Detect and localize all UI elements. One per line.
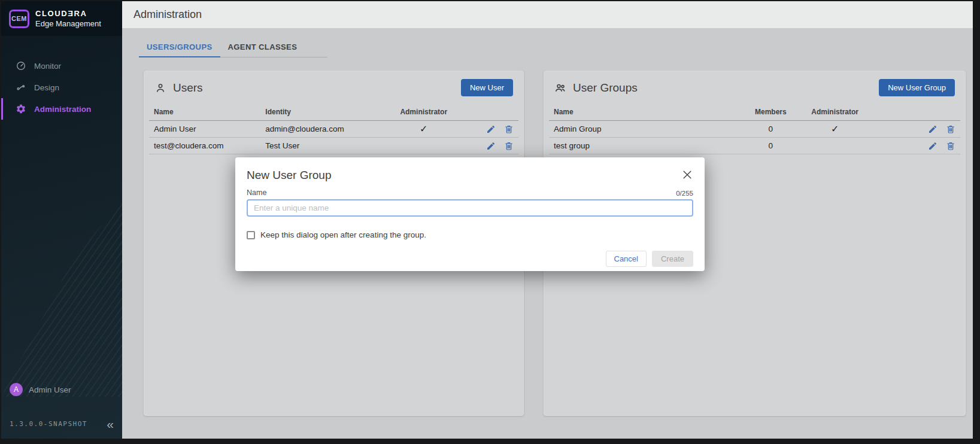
table-row: Admin User admin@cloudera.com ✓ [149,121,518,138]
page-title: Administration [134,8,202,21]
sidebar-item-label: Administration [34,105,91,114]
sidebar-stripes-decoration [1,199,122,397]
avatar: A [10,383,23,396]
cancel-button[interactable]: Cancel [606,251,647,267]
name-field-label: Name [247,188,266,197]
sidebar-item-monitor[interactable]: Monitor [1,55,122,77]
delete-icon[interactable] [504,141,514,151]
column-header-administrator: Administrator [795,108,875,116]
user-identity-cell: admin@cloudera.com [265,124,391,133]
version-row: 1.3.0.0-SNAPSHOT « [10,418,114,430]
table-row: Admin Group 0 ✓ [549,121,960,138]
edit-icon[interactable] [928,124,937,134]
collapse-sidebar-icon[interactable]: « [107,418,114,430]
users-panel-header: Users New User [144,71,523,102]
speedometer-icon [16,60,26,71]
administrator-check: ✓ [392,123,456,135]
group-name-input[interactable] [247,199,693,217]
checkbox-label: Keep this dialog open after creating the… [260,230,426,239]
sidebar-item-design[interactable]: Design [1,77,122,98]
keep-open-option: Keep this dialog open after creating the… [247,230,693,239]
column-header-name: Name [554,108,747,116]
page-header: Administration [122,1,973,28]
sidebar-item-label: Monitor [34,62,61,71]
dialog-header: New User Group [247,169,693,182]
group-members-cell: 0 [747,124,795,133]
tab-bar: USERS/GROUPS AGENT CLASSES [139,37,327,57]
name-field-labels: Name 0/255 [247,188,693,197]
create-button[interactable]: Create [652,251,693,267]
group-name-cell: test group [554,141,747,150]
delete-icon[interactable] [504,124,514,134]
dialog-title: New User Group [247,169,332,182]
new-user-group-dialog: New User Group Name 0/255 Keep this dial… [235,157,705,271]
group-members-cell: 0 [747,141,795,150]
flow-design-icon [16,82,26,93]
delete-icon[interactable] [946,141,955,151]
delete-icon[interactable] [946,124,955,134]
cem-logo-icon: CEM [9,10,29,28]
user-groups-table: Name Members Administrator Admin Group 0… [549,103,960,154]
app-window: CEM CLOUDƎRA Edge Management Monitor Des… [1,1,973,439]
group-name-cell: Admin Group [554,124,747,133]
keep-dialog-open-checkbox[interactable] [247,231,255,239]
column-header-administrator: Administrator [392,108,456,116]
administrator-check: ✓ [795,123,875,135]
user-groups-panel-header: User Groups New User Group [544,71,965,102]
user-groups-panel-title: User Groups [573,81,638,95]
brand-subtitle: Edge Management [35,19,101,28]
edit-icon[interactable] [486,141,496,151]
brand-name: CLOUDƎRA [35,9,101,18]
dialog-actions: Cancel Create [247,251,693,267]
sidebar-footer: A Admin User 1.3.0.0-SNAPSHOT « [1,383,122,439]
brand-text: CLOUDƎRA Edge Management [35,9,101,28]
user-groups-table-header: Name Members Administrator [549,103,960,121]
tab-agent-classes[interactable]: AGENT CLASSES [220,37,305,57]
edit-icon[interactable] [486,124,496,134]
table-row: test group 0 [549,138,960,154]
close-icon[interactable] [681,169,693,181]
people-icon [554,82,566,94]
user-name-cell: Admin User [154,124,265,133]
sidebar-nav: Monitor Design Administration [1,55,122,120]
new-user-button[interactable]: New User [461,79,513,96]
users-table: Name Identity Administrator Admin User a… [149,103,518,154]
column-header-name: Name [154,108,265,116]
user-identity-cell: Test User [265,141,391,150]
sidebar-item-administration[interactable]: Administration [1,98,122,120]
character-counter: 0/255 [676,190,693,197]
user-name-cell: test@cloudera.com [154,141,265,150]
gear-icon [16,104,26,114]
sidebar-item-label: Design [34,83,59,92]
edit-icon[interactable] [928,141,937,151]
sidebar: CEM CLOUDƎRA Edge Management Monitor Des… [1,1,122,439]
new-user-group-button[interactable]: New User Group [879,79,955,96]
version-label: 1.3.0.0-SNAPSHOT [10,420,87,428]
users-table-header: Name Identity Administrator [149,103,518,121]
users-panel-title: Users [173,81,203,95]
tab-users-groups[interactable]: USERS/GROUPS [139,37,220,57]
column-header-members: Members [747,108,795,116]
current-user-name: Admin User [29,385,71,394]
current-user: A Admin User [10,383,114,396]
brand-header: CEM CLOUDƎRA Edge Management [1,1,122,36]
person-icon [154,82,166,94]
column-header-identity: Identity [265,108,391,116]
table-row: test@cloudera.com Test User [149,138,518,154]
